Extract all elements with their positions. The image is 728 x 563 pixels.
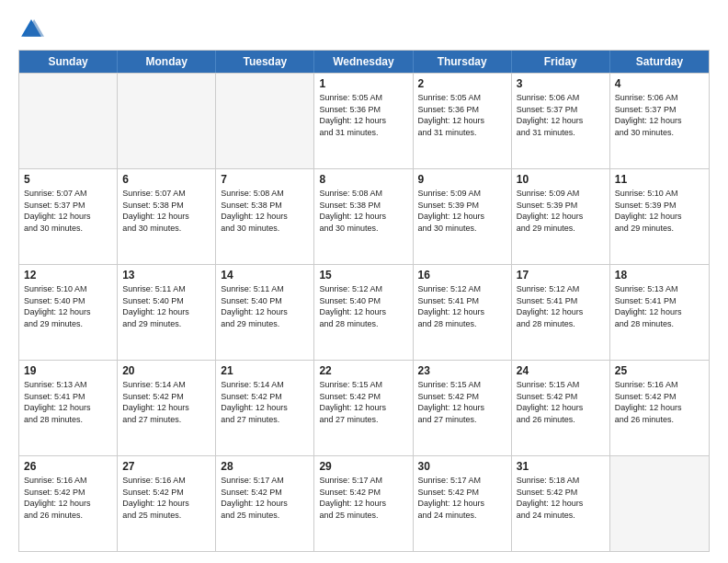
cell-info-line: and 30 minutes.: [221, 223, 309, 235]
cell-info-line: and 26 minutes.: [517, 414, 605, 426]
week-row-5: 26Sunrise: 5:16 AMSunset: 5:42 PMDayligh…: [19, 455, 709, 551]
cell-info-line: and 30 minutes.: [122, 223, 210, 235]
cell-info-line: Sunrise: 5:06 AM: [615, 92, 704, 104]
header-cell-thursday: Thursday: [414, 51, 512, 73]
cell-info-line: Sunrise: 5:17 AM: [319, 475, 407, 487]
day-number: 1: [319, 76, 407, 91]
cell-info-line: Sunrise: 5:06 AM: [517, 92, 605, 104]
cal-cell: 7Sunrise: 5:08 AMSunset: 5:38 PMDaylight…: [216, 169, 314, 264]
header-cell-wednesday: Wednesday: [314, 51, 413, 73]
cal-cell: 29Sunrise: 5:17 AMSunset: 5:42 PMDayligh…: [314, 456, 413, 551]
cell-info-line: and 27 minutes.: [221, 414, 309, 426]
cell-info-line: Sunrise: 5:10 AM: [24, 283, 112, 295]
cell-info-line: Sunset: 5:36 PM: [418, 104, 506, 116]
cell-info-line: Sunrise: 5:15 AM: [418, 379, 506, 391]
calendar-header-row: SundayMondayTuesdayWednesdayThursdayFrid…: [19, 51, 709, 73]
day-number: 27: [122, 459, 210, 474]
logo-icon: [18, 17, 44, 42]
cell-info-line: Sunrise: 5:09 AM: [418, 188, 506, 200]
cal-cell: [216, 74, 314, 168]
day-number: 5: [24, 172, 112, 187]
day-number: 9: [418, 172, 506, 187]
day-number: 23: [418, 363, 506, 378]
cell-info-line: Daylight: 12 hours: [319, 306, 407, 318]
cell-info-line: Sunrise: 5:15 AM: [517, 379, 605, 391]
cell-info-line: and 28 minutes.: [319, 318, 407, 330]
cell-info-line: and 30 minutes.: [319, 223, 407, 235]
day-number: 24: [517, 363, 605, 378]
day-number: 30: [418, 459, 506, 474]
cell-info-line: Sunrise: 5:07 AM: [24, 188, 112, 200]
cell-info-line: Sunset: 5:37 PM: [24, 200, 112, 212]
cal-cell: 19Sunrise: 5:13 AMSunset: 5:41 PMDayligh…: [19, 361, 118, 455]
cell-info-line: Sunrise: 5:13 AM: [615, 283, 704, 295]
cell-info-line: Sunset: 5:40 PM: [319, 295, 407, 307]
cell-info-line: and 28 minutes.: [418, 318, 506, 330]
cell-info-line: Daylight: 12 hours: [418, 498, 506, 510]
cell-info-line: Sunset: 5:42 PM: [319, 391, 407, 403]
cell-info-line: and 28 minutes.: [615, 318, 704, 330]
cell-info-line: Sunset: 5:41 PM: [615, 295, 704, 307]
cell-info-line: Sunrise: 5:16 AM: [24, 475, 112, 487]
cell-info-line: Sunrise: 5:11 AM: [221, 283, 309, 295]
cal-cell: 3Sunrise: 5:06 AMSunset: 5:37 PMDaylight…: [512, 74, 610, 168]
day-number: 13: [122, 268, 210, 282]
day-number: 22: [319, 363, 407, 378]
cell-info-line: Sunrise: 5:15 AM: [319, 379, 407, 391]
cal-cell: 1Sunrise: 5:05 AMSunset: 5:36 PMDaylight…: [314, 74, 413, 168]
cell-info-line: Daylight: 12 hours: [122, 211, 210, 223]
day-number: 10: [517, 172, 605, 187]
cal-cell: [118, 74, 216, 168]
cell-info-line: Daylight: 12 hours: [418, 115, 506, 127]
day-number: 26: [24, 459, 112, 474]
day-number: 18: [615, 268, 704, 282]
cell-info-line: Daylight: 12 hours: [221, 211, 309, 223]
cell-info-line: and 28 minutes.: [24, 414, 112, 426]
cal-cell: 15Sunrise: 5:12 AMSunset: 5:40 PMDayligh…: [314, 265, 413, 360]
cell-info-line: and 29 minutes.: [221, 318, 309, 330]
cell-info-line: Sunrise: 5:10 AM: [615, 188, 704, 200]
logo: [18, 17, 48, 42]
cal-cell: 17Sunrise: 5:12 AMSunset: 5:41 PMDayligh…: [512, 265, 610, 360]
cell-info-line: Daylight: 12 hours: [319, 115, 407, 127]
cell-info-line: Sunrise: 5:12 AM: [517, 283, 605, 295]
week-row-1: 1Sunrise: 5:05 AMSunset: 5:36 PMDaylight…: [19, 73, 709, 168]
cell-info-line: and 29 minutes.: [615, 223, 704, 235]
cell-info-line: and 30 minutes.: [418, 223, 506, 235]
day-number: 14: [221, 268, 309, 282]
cell-info-line: Sunrise: 5:08 AM: [221, 188, 309, 200]
cell-info-line: Sunrise: 5:09 AM: [517, 188, 605, 200]
cal-cell: 23Sunrise: 5:15 AMSunset: 5:42 PMDayligh…: [414, 361, 512, 455]
cell-info-line: Daylight: 12 hours: [615, 211, 704, 223]
cell-info-line: Sunrise: 5:16 AM: [122, 475, 210, 487]
cell-info-line: Sunrise: 5:11 AM: [122, 283, 210, 295]
cell-info-line: and 25 minutes.: [122, 510, 210, 522]
cell-info-line: Sunrise: 5:16 AM: [615, 379, 704, 391]
cell-info-line: and 31 minutes.: [418, 127, 506, 139]
cell-info-line: Sunrise: 5:17 AM: [221, 475, 309, 487]
cal-cell: [610, 456, 709, 551]
cell-info-line: Daylight: 12 hours: [122, 402, 210, 414]
cal-cell: 18Sunrise: 5:13 AMSunset: 5:41 PMDayligh…: [610, 265, 709, 360]
cell-info-line: and 27 minutes.: [319, 414, 407, 426]
calendar: SundayMondayTuesdayWednesdayThursdayFrid…: [18, 50, 710, 552]
cell-info-line: and 27 minutes.: [122, 414, 210, 426]
page: SundayMondayTuesdayWednesdayThursdayFrid…: [0, 0, 728, 563]
week-row-4: 19Sunrise: 5:13 AMSunset: 5:41 PMDayligh…: [19, 360, 709, 455]
cal-cell: 6Sunrise: 5:07 AMSunset: 5:38 PMDaylight…: [118, 169, 216, 264]
header-cell-monday: Monday: [118, 51, 216, 73]
cell-info-line: and 26 minutes.: [615, 414, 704, 426]
cell-info-line: Sunrise: 5:08 AM: [319, 188, 407, 200]
cell-info-line: Sunset: 5:39 PM: [517, 200, 605, 212]
cell-info-line: Sunset: 5:42 PM: [24, 487, 112, 499]
header-cell-sunday: Sunday: [19, 51, 118, 73]
cell-info-line: Sunset: 5:36 PM: [319, 104, 407, 116]
day-number: 28: [221, 459, 309, 474]
day-number: 29: [319, 459, 407, 474]
header-cell-friday: Friday: [512, 51, 610, 73]
cell-info-line: Sunset: 5:37 PM: [615, 104, 704, 116]
day-number: 16: [418, 268, 506, 282]
cal-cell: 11Sunrise: 5:10 AMSunset: 5:39 PMDayligh…: [610, 169, 709, 264]
cell-info-line: Sunrise: 5:14 AM: [122, 379, 210, 391]
cell-info-line: Sunset: 5:40 PM: [24, 295, 112, 307]
